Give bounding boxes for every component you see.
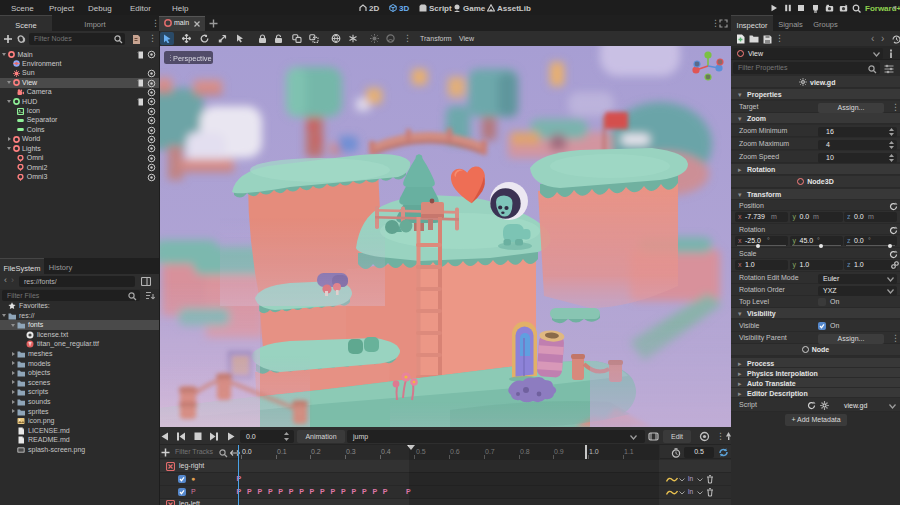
- svg-text:⋮: ⋮: [167, 54, 174, 61]
- svg-text:Perspective: Perspective: [173, 54, 212, 63]
